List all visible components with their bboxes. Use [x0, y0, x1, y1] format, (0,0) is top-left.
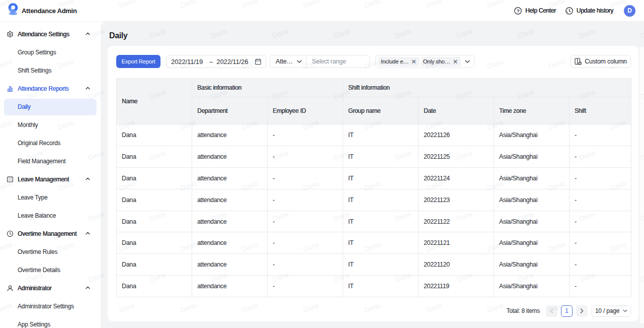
svg-text:?: ?	[517, 8, 519, 13]
